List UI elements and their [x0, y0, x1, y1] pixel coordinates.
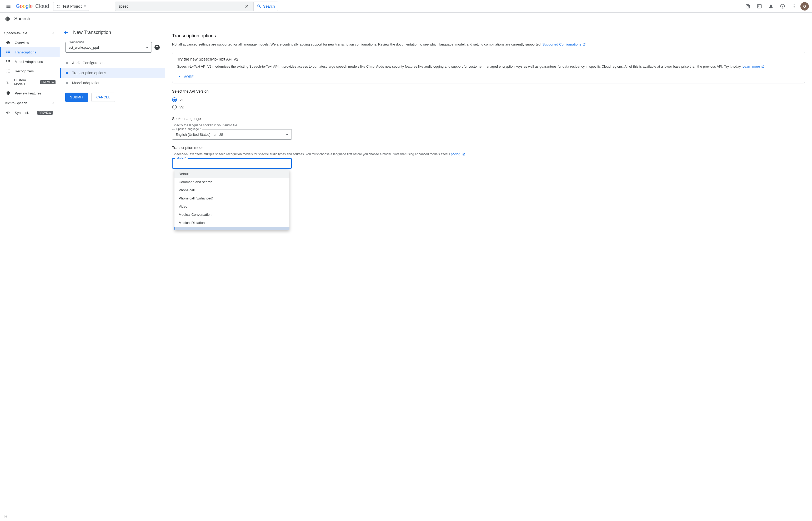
svg-rect-14: [6, 60, 7, 61]
collapse-sidebar-icon[interactable]: [4, 514, 8, 519]
svg-point-8: [794, 7, 794, 8]
svg-rect-27: [5, 515, 5, 518]
model-dropdown: Default Command and search Phone call Ph…: [175, 170, 289, 230]
svg-rect-11: [7, 16, 8, 21]
model-option-default[interactable]: Default: [175, 170, 289, 178]
workspace-select[interactable]: sst_workspace_ppd: [65, 42, 152, 53]
content-column: Transcription options Not all advanced s…: [165, 25, 812, 521]
more-expand-button[interactable]: MORE: [177, 73, 800, 81]
search-button[interactable]: Search: [253, 2, 278, 11]
svg-rect-25: [9, 112, 9, 114]
project-icon: [56, 4, 60, 8]
step-model-adaptation[interactable]: Model adaptation: [60, 78, 165, 88]
chevron-down-icon: [286, 134, 288, 135]
section-title: Transcription options: [172, 33, 805, 39]
nav-overview[interactable]: Overview: [0, 38, 60, 47]
model-option-medical-dictation[interactable]: Medical Dictation: [175, 219, 289, 227]
top-right-actions: G: [743, 1, 809, 12]
clear-icon[interactable]: [243, 4, 250, 9]
cloud-shell-icon[interactable]: [743, 1, 753, 12]
nav-custom-models[interactable]: Custom Models PREVIEW: [0, 76, 60, 88]
model-option-long[interactable]: Long: [175, 227, 289, 230]
model-option-medical-conversation[interactable]: Medical Conversation: [175, 210, 289, 219]
radio-icon: [172, 105, 177, 110]
nav-group-text-to-speech[interactable]: Text-to-Speech: [0, 98, 60, 108]
search-box[interactable]: [115, 2, 253, 11]
svg-rect-23: [7, 112, 8, 114]
model-select[interactable]: Model *: [172, 158, 292, 169]
svg-rect-18: [8, 61, 9, 62]
model-option-phone-call[interactable]: Phone call: [175, 186, 289, 194]
spoken-language-select[interactable]: Spoken language * English (United States…: [172, 129, 292, 140]
google-cloud-logo[interactable]: Google Cloud: [16, 3, 49, 9]
transcription-model-hint: Speech-to-Text offers multiple speech re…: [172, 152, 805, 156]
radio-icon: [172, 97, 177, 102]
project-picker[interactable]: Test Project: [53, 2, 89, 11]
nav-preview-features[interactable]: Preview Features: [0, 88, 60, 98]
chevron-down-icon: [84, 5, 86, 7]
svg-rect-16: [9, 60, 10, 61]
page-title: New Transcription: [73, 30, 111, 35]
top-bar: Google Cloud Test Project Search G: [0, 0, 812, 13]
supported-configurations-link[interactable]: Supported Configurations: [542, 42, 585, 46]
speech-icon: [5, 16, 10, 22]
nav-model-adaptations[interactable]: Model Adaptations: [0, 57, 60, 66]
service-title: Speech: [14, 16, 30, 22]
radio-v2[interactable]: V2: [172, 104, 805, 111]
svg-point-6: [794, 4, 794, 5]
transcription-model-title: Transcription model: [172, 145, 805, 150]
search-container: Search: [115, 2, 278, 11]
svg-rect-19: [9, 61, 10, 62]
nav-transcriptions[interactable]: Transcriptions: [0, 47, 60, 57]
workspace-field: Workspace sst_workspace_ppd ?: [65, 42, 160, 53]
section-description: Not all advanced settings are supported …: [172, 42, 805, 47]
learn-more-link[interactable]: Learn more: [743, 65, 764, 68]
chevron-up-icon: [51, 30, 55, 35]
terminal-icon[interactable]: [754, 1, 765, 12]
svg-point-3: [59, 6, 60, 7]
search-input[interactable]: [118, 4, 243, 8]
svg-rect-24: [8, 111, 8, 114]
service-bar: Speech: [0, 13, 812, 25]
model-option-command-and-search[interactable]: Command and search: [175, 178, 289, 186]
help-tooltip-icon[interactable]: ?: [155, 45, 160, 50]
svg-rect-26: [9, 112, 10, 113]
nav-synthesize[interactable]: Synthesize PREVIEW: [0, 108, 60, 117]
api-v2-info-card: Try the new Speech-to-Text API V2! Speec…: [172, 52, 805, 84]
nav-recognizers[interactable]: Recognizers: [0, 66, 60, 76]
submit-button[interactable]: SUBMIT: [65, 93, 88, 102]
help-icon[interactable]: [777, 1, 788, 12]
radio-v1[interactable]: V1: [172, 96, 805, 104]
svg-point-2: [57, 6, 57, 7]
svg-rect-17: [6, 61, 7, 62]
svg-point-7: [794, 6, 794, 6]
svg-rect-12: [8, 17, 9, 21]
avatar[interactable]: G: [801, 2, 809, 10]
svg-rect-15: [8, 60, 9, 61]
chevron-down-icon: [146, 47, 148, 48]
stepper-column: New Transcription Workspace sst_workspac…: [60, 25, 165, 521]
svg-point-1: [59, 5, 60, 6]
sidebar: Speech-to-Text Overview Transcriptions M…: [0, 25, 60, 521]
back-arrow-icon[interactable]: [63, 29, 69, 35]
cancel-button[interactable]: CANCEL: [91, 93, 115, 102]
pricing-link[interactable]: pricing.: [451, 152, 465, 156]
svg-rect-9: [5, 18, 6, 20]
chevron-up-icon: [51, 100, 55, 105]
api-version-title: Select the API Version: [172, 89, 805, 93]
spoken-language-hint: Specify the language spoken in your audi…: [172, 123, 805, 127]
svg-point-0: [57, 5, 57, 6]
hamburger-icon[interactable]: [3, 1, 14, 12]
card-title: Try the new Speech-to-Text API V2!: [177, 57, 800, 61]
svg-point-20: [7, 82, 8, 83]
notifications-icon[interactable]: [766, 1, 776, 12]
svg-rect-13: [9, 18, 10, 20]
more-vert-icon[interactable]: [789, 1, 799, 12]
step-audio-configuration[interactable]: Audio Configuration: [60, 58, 165, 68]
nav-group-speech-to-text[interactable]: Speech-to-Text: [0, 28, 60, 38]
model-option-phone-call-enhanced[interactable]: Phone call (Enhanced): [175, 194, 289, 202]
model-option-video[interactable]: Video: [175, 202, 289, 210]
step-transcription-options[interactable]: Transcription options: [60, 68, 165, 78]
svg-rect-10: [6, 17, 7, 21]
search-icon: [257, 4, 261, 9]
